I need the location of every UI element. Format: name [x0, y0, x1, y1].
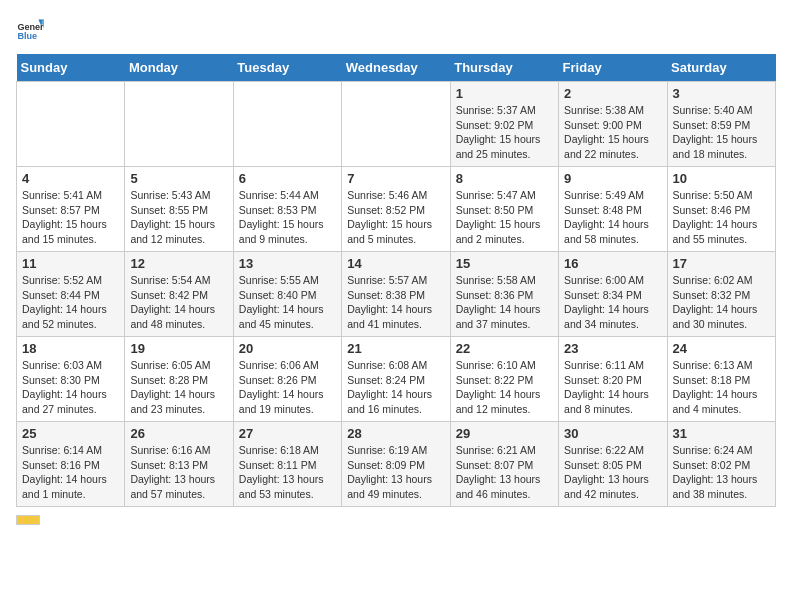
day-info: Sunrise: 6:05 AM Sunset: 8:28 PM Dayligh…: [130, 358, 227, 417]
daylight-bar-icon: [16, 515, 40, 525]
day-info: Sunrise: 6:16 AM Sunset: 8:13 PM Dayligh…: [130, 443, 227, 502]
calendar-cell: 20Sunrise: 6:06 AM Sunset: 8:26 PM Dayli…: [233, 337, 341, 422]
calendar-cell: 23Sunrise: 6:11 AM Sunset: 8:20 PM Dayli…: [559, 337, 667, 422]
calendar-header-row: SundayMondayTuesdayWednesdayThursdayFrid…: [17, 54, 776, 82]
day-number: 21: [347, 341, 444, 356]
calendar-day-header: Friday: [559, 54, 667, 82]
svg-text:Blue: Blue: [17, 31, 37, 41]
day-number: 16: [564, 256, 661, 271]
calendar-cell: 18Sunrise: 6:03 AM Sunset: 8:30 PM Dayli…: [17, 337, 125, 422]
day-number: 8: [456, 171, 553, 186]
day-info: Sunrise: 5:52 AM Sunset: 8:44 PM Dayligh…: [22, 273, 119, 332]
calendar-cell: 3Sunrise: 5:40 AM Sunset: 8:59 PM Daylig…: [667, 82, 775, 167]
day-info: Sunrise: 6:08 AM Sunset: 8:24 PM Dayligh…: [347, 358, 444, 417]
calendar-day-header: Saturday: [667, 54, 775, 82]
calendar-cell: 10Sunrise: 5:50 AM Sunset: 8:46 PM Dayli…: [667, 167, 775, 252]
day-number: 15: [456, 256, 553, 271]
calendar-cell: 31Sunrise: 6:24 AM Sunset: 8:02 PM Dayli…: [667, 422, 775, 507]
day-info: Sunrise: 5:46 AM Sunset: 8:52 PM Dayligh…: [347, 188, 444, 247]
calendar-cell: [17, 82, 125, 167]
day-info: Sunrise: 5:58 AM Sunset: 8:36 PM Dayligh…: [456, 273, 553, 332]
calendar-cell: 7Sunrise: 5:46 AM Sunset: 8:52 PM Daylig…: [342, 167, 450, 252]
day-number: 5: [130, 171, 227, 186]
day-number: 22: [456, 341, 553, 356]
calendar-cell: 25Sunrise: 6:14 AM Sunset: 8:16 PM Dayli…: [17, 422, 125, 507]
calendar-cell: 8Sunrise: 5:47 AM Sunset: 8:50 PM Daylig…: [450, 167, 558, 252]
calendar-week-row: 25Sunrise: 6:14 AM Sunset: 8:16 PM Dayli…: [17, 422, 776, 507]
day-number: 7: [347, 171, 444, 186]
day-info: Sunrise: 6:00 AM Sunset: 8:34 PM Dayligh…: [564, 273, 661, 332]
calendar-table: SundayMondayTuesdayWednesdayThursdayFrid…: [16, 54, 776, 507]
day-info: Sunrise: 6:13 AM Sunset: 8:18 PM Dayligh…: [673, 358, 770, 417]
day-number: 26: [130, 426, 227, 441]
day-number: 23: [564, 341, 661, 356]
calendar-cell: 13Sunrise: 5:55 AM Sunset: 8:40 PM Dayli…: [233, 252, 341, 337]
day-info: Sunrise: 5:41 AM Sunset: 8:57 PM Dayligh…: [22, 188, 119, 247]
day-info: Sunrise: 6:14 AM Sunset: 8:16 PM Dayligh…: [22, 443, 119, 502]
calendar-cell: 9Sunrise: 5:49 AM Sunset: 8:48 PM Daylig…: [559, 167, 667, 252]
calendar-cell: 12Sunrise: 5:54 AM Sunset: 8:42 PM Dayli…: [125, 252, 233, 337]
day-info: Sunrise: 6:24 AM Sunset: 8:02 PM Dayligh…: [673, 443, 770, 502]
day-info: Sunrise: 5:43 AM Sunset: 8:55 PM Dayligh…: [130, 188, 227, 247]
calendar-day-header: Monday: [125, 54, 233, 82]
calendar-cell: 26Sunrise: 6:16 AM Sunset: 8:13 PM Dayli…: [125, 422, 233, 507]
calendar-day-header: Thursday: [450, 54, 558, 82]
day-info: Sunrise: 6:02 AM Sunset: 8:32 PM Dayligh…: [673, 273, 770, 332]
day-info: Sunrise: 5:40 AM Sunset: 8:59 PM Dayligh…: [673, 103, 770, 162]
day-info: Sunrise: 5:54 AM Sunset: 8:42 PM Dayligh…: [130, 273, 227, 332]
calendar-day-header: Sunday: [17, 54, 125, 82]
day-number: 25: [22, 426, 119, 441]
calendar-cell: 6Sunrise: 5:44 AM Sunset: 8:53 PM Daylig…: [233, 167, 341, 252]
calendar-week-row: 1Sunrise: 5:37 AM Sunset: 9:02 PM Daylig…: [17, 82, 776, 167]
day-number: 18: [22, 341, 119, 356]
calendar-cell: [233, 82, 341, 167]
calendar-cell: 22Sunrise: 6:10 AM Sunset: 8:22 PM Dayli…: [450, 337, 558, 422]
day-number: 1: [456, 86, 553, 101]
calendar-week-row: 4Sunrise: 5:41 AM Sunset: 8:57 PM Daylig…: [17, 167, 776, 252]
calendar-day-header: Wednesday: [342, 54, 450, 82]
calendar-cell: 29Sunrise: 6:21 AM Sunset: 8:07 PM Dayli…: [450, 422, 558, 507]
page-header: General Blue: [16, 16, 776, 44]
calendar-cell: 2Sunrise: 5:38 AM Sunset: 9:00 PM Daylig…: [559, 82, 667, 167]
day-number: 12: [130, 256, 227, 271]
day-number: 30: [564, 426, 661, 441]
calendar-cell: 28Sunrise: 6:19 AM Sunset: 8:09 PM Dayli…: [342, 422, 450, 507]
day-info: Sunrise: 5:55 AM Sunset: 8:40 PM Dayligh…: [239, 273, 336, 332]
calendar-cell: 15Sunrise: 5:58 AM Sunset: 8:36 PM Dayli…: [450, 252, 558, 337]
calendar-cell: 11Sunrise: 5:52 AM Sunset: 8:44 PM Dayli…: [17, 252, 125, 337]
calendar-week-row: 18Sunrise: 6:03 AM Sunset: 8:30 PM Dayli…: [17, 337, 776, 422]
day-info: Sunrise: 6:18 AM Sunset: 8:11 PM Dayligh…: [239, 443, 336, 502]
calendar-cell: 4Sunrise: 5:41 AM Sunset: 8:57 PM Daylig…: [17, 167, 125, 252]
day-number: 3: [673, 86, 770, 101]
day-number: 6: [239, 171, 336, 186]
logo-icon: General Blue: [16, 16, 44, 44]
day-number: 10: [673, 171, 770, 186]
footer-note: [16, 515, 776, 525]
calendar-cell: 16Sunrise: 6:00 AM Sunset: 8:34 PM Dayli…: [559, 252, 667, 337]
calendar-cell: [342, 82, 450, 167]
day-info: Sunrise: 5:47 AM Sunset: 8:50 PM Dayligh…: [456, 188, 553, 247]
day-number: 9: [564, 171, 661, 186]
day-number: 14: [347, 256, 444, 271]
calendar-cell: 17Sunrise: 6:02 AM Sunset: 8:32 PM Dayli…: [667, 252, 775, 337]
calendar-cell: 5Sunrise: 5:43 AM Sunset: 8:55 PM Daylig…: [125, 167, 233, 252]
day-info: Sunrise: 6:22 AM Sunset: 8:05 PM Dayligh…: [564, 443, 661, 502]
day-number: 11: [22, 256, 119, 271]
day-number: 19: [130, 341, 227, 356]
day-number: 17: [673, 256, 770, 271]
day-info: Sunrise: 6:10 AM Sunset: 8:22 PM Dayligh…: [456, 358, 553, 417]
day-info: Sunrise: 5:38 AM Sunset: 9:00 PM Dayligh…: [564, 103, 661, 162]
day-info: Sunrise: 6:19 AM Sunset: 8:09 PM Dayligh…: [347, 443, 444, 502]
day-info: Sunrise: 5:49 AM Sunset: 8:48 PM Dayligh…: [564, 188, 661, 247]
day-info: Sunrise: 6:06 AM Sunset: 8:26 PM Dayligh…: [239, 358, 336, 417]
calendar-cell: 14Sunrise: 5:57 AM Sunset: 8:38 PM Dayli…: [342, 252, 450, 337]
day-number: 2: [564, 86, 661, 101]
logo: General Blue: [16, 16, 44, 44]
calendar-cell: 24Sunrise: 6:13 AM Sunset: 8:18 PM Dayli…: [667, 337, 775, 422]
calendar-cell: [125, 82, 233, 167]
day-number: 31: [673, 426, 770, 441]
day-info: Sunrise: 6:03 AM Sunset: 8:30 PM Dayligh…: [22, 358, 119, 417]
calendar-week-row: 11Sunrise: 5:52 AM Sunset: 8:44 PM Dayli…: [17, 252, 776, 337]
day-info: Sunrise: 5:57 AM Sunset: 8:38 PM Dayligh…: [347, 273, 444, 332]
day-info: Sunrise: 6:21 AM Sunset: 8:07 PM Dayligh…: [456, 443, 553, 502]
